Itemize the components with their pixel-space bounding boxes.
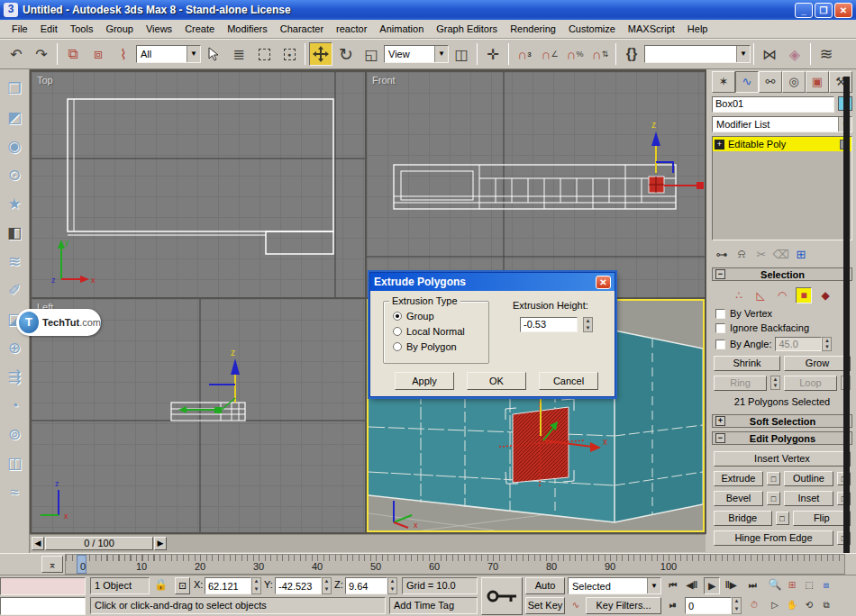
menu-animation[interactable]: Animation <box>373 22 430 36</box>
reactor-cloth-icon[interactable]: ◩ <box>4 107 25 129</box>
named-selection-sets-dropdown[interactable]: ▼ <box>644 45 751 63</box>
bevel-settings-button[interactable]: □ <box>767 492 780 505</box>
undo-icon[interactable]: ↶ <box>5 42 28 66</box>
radio-local-normal-dot[interactable] <box>393 327 402 336</box>
reactor-water-icon[interactable]: ≈ <box>4 482 25 503</box>
dropdown-arrow-icon[interactable]: ▼ <box>187 46 200 62</box>
extrusion-height-spinner[interactable]: ▲▼ <box>583 317 593 332</box>
play-animation-icon[interactable]: ▶ <box>704 577 720 594</box>
reactor-fracture-icon[interactable]: ◫ <box>4 453 25 475</box>
radio-by-polygon[interactable]: By Polygon <box>393 341 488 352</box>
loop-button[interactable]: Loop <box>784 376 837 391</box>
snap-toggle-icon[interactable]: ∩3 <box>513 42 536 66</box>
reactor-toy-car-icon[interactable]: ⊚ <box>4 424 25 446</box>
radio-group[interactable]: Group <box>393 311 488 322</box>
next-frame-arrow[interactable]: ▶ <box>154 537 167 550</box>
redo-icon[interactable]: ↷ <box>30 42 53 66</box>
remove-modifier-icon[interactable]: ⌫ <box>771 248 791 261</box>
mirror-icon[interactable]: ⋈ <box>758 42 781 66</box>
go-to-start-icon[interactable]: ⏮ <box>665 577 681 594</box>
dialog-title-bar[interactable]: Extrude Polygons ✕ <box>370 273 615 291</box>
select-and-link-icon[interactable]: ⧉ <box>61 42 85 66</box>
collapse-icon[interactable]: − <box>715 269 725 279</box>
rollout-soft-selection-header[interactable]: + Soft Selection <box>712 414 852 428</box>
bridge-button[interactable]: Bridge <box>714 511 772 526</box>
x-spinner[interactable]: ▲▼ <box>251 577 261 594</box>
radio-group-dot[interactable] <box>393 312 402 321</box>
zoom-icon[interactable]: 🔍 <box>767 577 783 594</box>
reactor-rigid-body-icon[interactable]: ❒ <box>4 78 25 100</box>
zoom-extents-all-icon[interactable]: ⧈ <box>818 577 834 594</box>
edge-mode-icon[interactable]: ◺ <box>752 287 769 303</box>
ignore-backfacing-checkbox[interactable] <box>715 323 725 333</box>
reactor-plane-icon[interactable]: ◧ <box>4 222 25 244</box>
border-mode-icon[interactable]: ◠ <box>774 287 790 303</box>
pin-stack-icon[interactable]: ⊶ <box>712 248 732 261</box>
reactor-ball-icon[interactable]: ◉ <box>4 136 25 158</box>
restore-button[interactable]: ❐ <box>815 3 833 18</box>
add-time-tag[interactable]: Add Time Tag <box>389 597 478 614</box>
object-name-field[interactable]: Box01 <box>712 96 834 113</box>
menu-views[interactable]: Views <box>140 22 178 36</box>
timeline-ruler[interactable]: 0 10 20 30 40 50 60 70 80 90 100 <box>65 554 845 575</box>
frame-spinner[interactable]: ▲▼ <box>732 597 742 614</box>
insert-vertex-button[interactable]: Insert Vertex <box>714 451 851 467</box>
radio-by-polygon-dot[interactable] <box>393 342 402 351</box>
select-and-scale-icon[interactable]: ◱ <box>360 42 383 66</box>
viewport-label-front[interactable]: Front <box>372 75 396 86</box>
tab-hierarchy[interactable]: ⚯ <box>759 71 782 93</box>
viewport-top[interactable]: y x z Top <box>32 72 365 297</box>
select-object-icon[interactable] <box>202 42 225 66</box>
dropdown-arrow-icon[interactable]: ▼ <box>434 46 448 62</box>
bind-to-space-warp-icon[interactable]: ⌇ <box>112 42 135 66</box>
reactor-spring-icon[interactable]: ≋ <box>4 251 25 273</box>
tab-create[interactable]: ✶ <box>712 71 735 93</box>
default-in-out-tangents-icon[interactable]: ∿ <box>568 597 584 614</box>
by-vertex-checkbox[interactable] <box>715 309 725 319</box>
menu-create[interactable]: Create <box>178 22 221 36</box>
menu-file[interactable]: File <box>5 22 34 36</box>
reactor-spin-icon[interactable]: ⊙ <box>4 165 25 186</box>
menu-tools[interactable]: Tools <box>64 22 100 36</box>
y-coordinate-field[interactable]: -42.523 <box>275 577 322 594</box>
expand-icon[interactable]: + <box>715 416 725 426</box>
menu-graph-editors[interactable]: Graph Editors <box>430 22 504 36</box>
menu-reactor[interactable]: reactor <box>330 22 373 36</box>
field-of-view-icon[interactable]: ▷ <box>767 597 783 614</box>
vertex-mode-icon[interactable]: ∴ <box>731 287 747 303</box>
align-icon[interactable]: ◈ <box>783 42 806 66</box>
maxscript-listener-bottom[interactable] <box>0 597 86 615</box>
reactor-motor-icon[interactable]: ◔ <box>4 395 25 417</box>
z-spinner[interactable]: ▲▼ <box>387 577 397 594</box>
hinge-from-edge-button[interactable]: Hinge From Edge <box>714 530 833 546</box>
edit-named-selection-sets-icon[interactable]: {} <box>620 42 643 66</box>
menu-maxscript[interactable]: MAXScript <box>622 22 681 36</box>
flip-button[interactable]: Flip <box>793 511 851 526</box>
select-and-move-icon[interactable] <box>309 42 332 66</box>
use-pivot-point-center-icon[interactable]: ◫ <box>450 42 473 66</box>
configure-modifier-sets-icon[interactable]: ⊞ <box>791 248 811 261</box>
menu-customize[interactable]: Customize <box>562 22 622 36</box>
unlink-selection-icon[interactable]: ⧈ <box>87 42 110 66</box>
zoom-extents-icon[interactable]: ⬚ <box>801 577 817 594</box>
next-frame-icon[interactable]: ‖▶ <box>723 577 739 594</box>
radio-local-normal[interactable]: Local Normal <box>393 326 488 337</box>
minimize-button[interactable]: _ <box>795 3 813 18</box>
panel-scrollbar[interactable] <box>843 77 850 563</box>
reactor-star-icon[interactable]: ★ <box>4 194 25 215</box>
open-mini-curve-editor-icon[interactable]: ⌅ <box>41 556 63 573</box>
set-keys-button[interactable] <box>481 577 523 615</box>
z-coordinate-field[interactable]: 9.64 <box>345 577 387 594</box>
selection-lock-icon[interactable]: 🔒 <box>154 577 168 594</box>
make-unique-icon[interactable]: ✂ <box>751 248 771 261</box>
time-configuration-icon[interactable]: ⏱ <box>746 597 762 614</box>
window-crossing-icon[interactable]: ● <box>278 42 301 66</box>
min-max-toggle-icon[interactable]: ⧉ <box>818 597 834 614</box>
show-end-result-icon[interactable]: ⍾ <box>732 247 751 261</box>
pan-view-icon[interactable]: ✋ <box>784 597 800 614</box>
dialog-close-icon[interactable]: ✕ <box>596 276 611 289</box>
y-spinner[interactable]: ▲▼ <box>322 577 332 594</box>
selected-filter-dropdown[interactable]: Selected ▼ <box>568 577 661 594</box>
key-filters-button[interactable]: Key Filters... <box>586 597 661 614</box>
maxscript-listener-top[interactable] <box>0 577 86 595</box>
